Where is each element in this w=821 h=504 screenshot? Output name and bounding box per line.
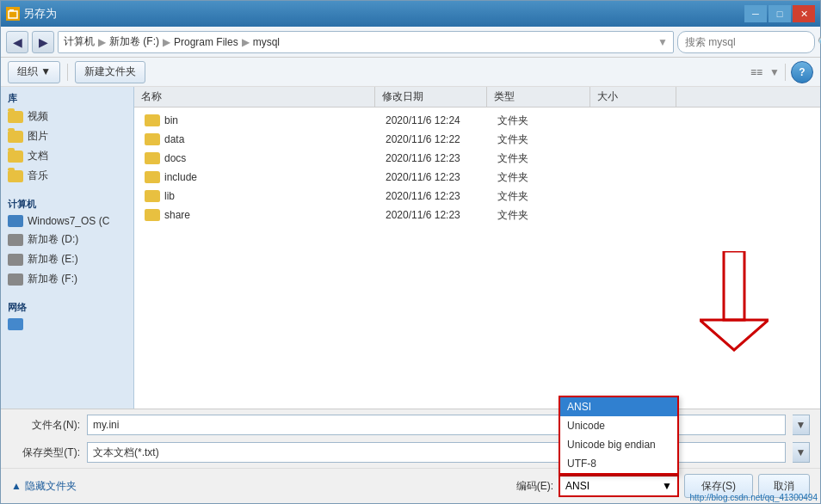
file-name-cell: include <box>138 171 379 183</box>
table-row[interactable]: bin2020/11/6 12:24文件夹 <box>134 111 820 130</box>
folder-icon <box>145 133 160 145</box>
sidebar-item-drive-f[interactable]: 新加卷 (F:) <box>1 269 133 289</box>
sidebar-item-label: 新加卷 (F:) <box>28 272 77 286</box>
search-icon: 🔍 <box>818 36 821 48</box>
sidebar-item-drive-e[interactable]: 新加卷 (E:) <box>1 249 133 269</box>
file-type-cell: 文件夹 <box>491 208 594 223</box>
drive-icon <box>8 274 23 286</box>
sidebar-item-label: 音乐 <box>28 169 48 183</box>
filename-label: 文件名(N): <box>11 418 80 433</box>
sidebar-item-document[interactable]: 文档 <box>1 146 133 166</box>
savetype-input[interactable] <box>87 442 786 463</box>
encoding-label: 编码(E): <box>516 479 553 494</box>
sidebar-item-drive-d[interactable]: 新加卷 (D:) <box>1 230 133 249</box>
file-date-cell: 2020/11/6 12:22 <box>379 133 491 145</box>
encoding-section: 编码(E): ANSI ▼ ANSI Unicode Unicode big e… <box>516 474 810 498</box>
folder-icon <box>8 170 23 182</box>
help-button[interactable]: ? <box>791 61 813 83</box>
sidebar-item-network[interactable] <box>1 316 133 333</box>
folder-icon <box>145 209 160 221</box>
sidebar-library-label: 库 <box>1 87 133 107</box>
folder-icon <box>8 131 23 143</box>
file-type-cell: 文件夹 <box>491 132 594 147</box>
close-button[interactable]: ✕ <box>793 5 815 22</box>
sidebar-item-video[interactable]: 视频 <box>1 107 133 126</box>
savetype-dropdown-btn[interactable]: ▼ <box>793 442 810 463</box>
minimize-button[interactable]: ─ <box>744 5 767 22</box>
new-folder-button[interactable]: 新建文件夹 <box>75 61 145 83</box>
toolbar: 组织 ▼ 新建文件夹 ≡≡ ▼ ? <box>1 58 820 87</box>
title-buttons: ─ □ ✕ <box>744 5 815 22</box>
view-icons: ≡≡ ▼ ? <box>745 61 813 83</box>
file-type-cell: 文件夹 <box>491 170 594 185</box>
filename-input[interactable] <box>87 415 786 435</box>
file-type-cell: 文件夹 <box>491 151 594 166</box>
encoding-select-box[interactable]: ANSI ▼ <box>559 475 679 497</box>
svg-rect-0 <box>9 11 17 18</box>
search-input[interactable] <box>685 36 814 48</box>
encoding-dropdown[interactable]: ANSI ▼ ANSI Unicode Unicode big endian U… <box>559 475 679 497</box>
file-date-cell: 2020/11/6 12:24 <box>379 114 491 126</box>
file-date-cell: 2020/11/6 12:23 <box>379 209 491 221</box>
table-row[interactable]: data2020/11/6 12:22文件夹 <box>134 130 820 149</box>
drive-icon <box>8 234 23 246</box>
table-row[interactable]: include2020/11/6 12:23文件夹 <box>134 168 820 187</box>
file-name-cell: bin <box>138 114 379 126</box>
save-button[interactable]: 保存(S) <box>684 474 753 498</box>
folder-icon <box>8 111 23 123</box>
sidebar-item-music[interactable]: 音乐 <box>1 166 133 186</box>
table-row[interactable]: lib2020/11/6 12:23文件夹 <box>134 187 820 206</box>
hide-folders-button[interactable]: ▲ 隐藏文件夹 <box>11 479 77 494</box>
computer-icon <box>8 215 23 227</box>
col-header-size[interactable]: 大小 <box>590 87 676 107</box>
file-list-header: 名称 修改日期 类型 大小 <box>134 87 820 108</box>
organize-button[interactable]: 组织 ▼ <box>8 61 60 83</box>
folder-icon <box>8 151 23 163</box>
window-title: 另存为 <box>23 6 57 22</box>
sidebar-item-label: 新加卷 (D:) <box>28 232 78 247</box>
encoding-option-ansi[interactable]: ANSI <box>560 397 677 416</box>
arrow-up-icon: ▲ <box>11 480 22 492</box>
sidebar-item-windows[interactable]: Windows7_OS (C <box>1 212 133 230</box>
file-type-cell: 文件夹 <box>491 189 594 204</box>
file-name-cell: share <box>138 209 379 221</box>
back-button[interactable]: ◀ <box>6 31 28 53</box>
breadcrumb-mysql: mysql <box>253 36 280 48</box>
breadcrumb-computer: 计算机 <box>64 34 95 49</box>
table-row[interactable]: share2020/11/6 12:23文件夹 <box>134 206 820 224</box>
view-toggle-button[interactable]: ≡≡ <box>745 61 768 83</box>
file-name: lib <box>164 190 175 202</box>
encoding-option-utf8[interactable]: UTF-8 <box>560 454 677 473</box>
folder-icon <box>145 152 160 164</box>
col-header-type[interactable]: 类型 <box>487 87 590 107</box>
savetype-row: 保存类型(T): ▼ <box>1 440 820 468</box>
cancel-button[interactable]: 取消 <box>758 474 810 498</box>
window-icon <box>6 7 20 21</box>
sidebar-item-label: 视频 <box>28 109 48 124</box>
search-bar[interactable]: 🔍 <box>677 31 815 53</box>
sidebar-item-label: 文档 <box>28 149 48 163</box>
encoding-dropdown-arrow: ▼ <box>662 480 672 492</box>
save-as-dialog: 另存为 ─ □ ✕ ◀ ▶ 计算机 ▶ 新加卷 (F:) ▶ Program F… <box>0 0 821 504</box>
view-dropdown-icon: ▼ <box>769 66 780 78</box>
breadcrumb[interactable]: 计算机 ▶ 新加卷 (F:) ▶ Program Files ▶ mysql ▼ <box>58 31 674 53</box>
maximize-button[interactable]: □ <box>769 5 791 22</box>
sidebar-item-picture[interactable]: 图片 <box>1 126 133 146</box>
table-row[interactable]: docs2020/11/6 12:23文件夹 <box>134 149 820 168</box>
folder-icon <box>145 190 160 202</box>
action-row: ▲ 隐藏文件夹 编码(E): ANSI ▼ ANSI Unicode Unico… <box>1 468 820 503</box>
file-list-scroll[interactable]: bin2020/11/6 12:24文件夹data2020/11/6 12:22… <box>134 108 820 409</box>
folder-icon <box>145 171 160 183</box>
encoding-option-unicode[interactable]: Unicode <box>560 416 677 435</box>
encoding-option-unicode-be[interactable]: Unicode big endian <box>560 435 677 454</box>
file-date-cell: 2020/11/6 12:23 <box>379 152 491 164</box>
file-type-cell: 文件夹 <box>491 114 594 128</box>
filename-dropdown-btn[interactable]: ▼ <box>793 415 810 435</box>
breadcrumb-dropdown-icon: ▼ <box>657 36 668 48</box>
savetype-label: 保存类型(T): <box>11 446 80 460</box>
sidebar-item-label: 新加卷 (E:) <box>28 252 78 267</box>
col-header-name[interactable]: 名称 <box>134 87 375 107</box>
forward-button[interactable]: ▶ <box>32 31 54 53</box>
col-header-date[interactable]: 修改日期 <box>375 87 487 107</box>
hide-folders-label: 隐藏文件夹 <box>25 479 77 494</box>
